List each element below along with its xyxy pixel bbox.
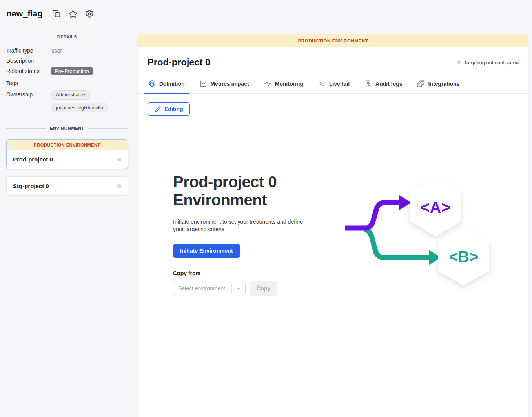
detail-row-description: Description - — [6, 56, 128, 66]
tab-integrations[interactable]: Integrations — [416, 78, 460, 93]
tab-label: Live tail — [329, 81, 350, 87]
environment-heading-label: ENVIRONMENT — [50, 126, 84, 131]
environment-empty-state: Prod-project 0 Environment Initiate envi… — [173, 173, 322, 296]
empty-state-description: Initiate environment to set your treatme… — [173, 218, 313, 233]
targeting-status-label: Targeting not configured — [464, 60, 519, 65]
initiate-environment-button[interactable]: Initiate Environment — [173, 244, 240, 258]
env-card-name: Stg-project 0 — [13, 183, 49, 189]
environment-select-placeholder: Select environment — [173, 285, 231, 292]
purple-arrowhead — [399, 195, 411, 210]
detail-row-ownership: Ownership Administrators johannes.liegl+… — [6, 89, 128, 112]
tab-label: Definition — [159, 81, 185, 87]
flag-name-title: new_flag — [6, 9, 43, 19]
definition-content: Editing Prod-project 0 Environment Initi… — [138, 94, 528, 402]
env-card-body: Stg-project 0 — [7, 177, 128, 195]
audit-logs-icon — [364, 80, 372, 87]
env-card-prod[interactable]: PRODUCTION ENVIRONMENT Prod-project 0 — [6, 139, 128, 169]
tab-live-tail[interactable]: Live tail — [317, 78, 350, 93]
editing-button-label: Editing — [164, 106, 183, 112]
env-card-stg[interactable]: Stg-project 0 — [6, 176, 128, 196]
environment-select[interactable]: Select environment — [173, 281, 246, 296]
editing-button[interactable]: Editing — [148, 102, 190, 116]
production-environment-banner: PRODUCTION ENVIRONMENT — [138, 34, 528, 47]
copy-from-label: Copy from — [173, 270, 322, 276]
hexagon-variant-a: <A> — [410, 178, 461, 236]
details-section-heading: DETAILS — [6, 34, 128, 39]
page-header: new_flag — [0, 0, 532, 27]
rollout-status-badge: Pre-Production — [51, 67, 93, 75]
description-label: Description — [6, 58, 51, 64]
integrations-icon — [417, 80, 425, 87]
env-status-dot — [117, 184, 121, 188]
tab-audit-logs[interactable]: Audit logs — [364, 78, 403, 93]
ab-split-illustration: <A> <B> — [341, 174, 494, 292]
definition-icon — [148, 80, 156, 87]
star-icon[interactable] — [69, 9, 77, 18]
ownership-label: Ownership — [6, 89, 51, 98]
copy-button[interactable]: Copy — [250, 281, 277, 296]
env-card-production-banner: PRODUCTION ENVIRONMENT — [7, 140, 128, 150]
environment-title: Prod-project 0 — [148, 57, 210, 68]
detail-row-traffic-type: Traffic type user — [6, 45, 128, 56]
sidebar: DETAILS Traffic type user Description - … — [0, 27, 138, 417]
details-rows: Traffic type user Description - Rollout … — [6, 45, 128, 112]
env-card-body: Prod-project 0 — [7, 150, 128, 169]
tab-definition[interactable]: Definition — [148, 78, 186, 93]
tags-label: Tags — [6, 80, 51, 86]
variant-b-label: <B> — [449, 248, 479, 265]
targeting-status: Targeting not configured — [457, 60, 519, 65]
owner-pills: Administrators johannes.liegl+travolta — [51, 89, 108, 112]
detail-row-rollout-status: Rollout status Pre-Production — [6, 66, 128, 76]
traffic-type-label: Traffic type — [6, 47, 51, 54]
env-card-name: Prod-project 0 — [13, 156, 53, 163]
environment-header: Prod-project 0 Targeting not configured — [138, 47, 528, 78]
copy-icon[interactable] — [52, 9, 61, 18]
metrics-impact-icon — [200, 80, 207, 87]
environment-section-heading: ENVIRONMENT — [6, 126, 128, 131]
tags-value: - — [51, 80, 53, 86]
environment-cards: PRODUCTION ENVIRONMENT Prod-project 0 St… — [6, 139, 128, 196]
tab-label: Monitoring — [275, 81, 303, 87]
tab-metrics-impact[interactable]: Metrics impact — [199, 78, 250, 93]
env-status-dot — [117, 158, 121, 161]
variant-a-label: <A> — [421, 199, 450, 216]
owner-pill: johannes.liegl+travolta — [51, 103, 108, 112]
pencil-icon — [155, 106, 161, 112]
details-heading-label: DETAILS — [57, 34, 77, 39]
traffic-type-value: user — [51, 47, 62, 54]
copy-from-row: Select environment Copy — [173, 281, 322, 296]
tab-monitoring[interactable]: Monitoring — [263, 78, 304, 93]
gear-icon[interactable] — [85, 9, 94, 18]
description-value: - — [51, 58, 53, 64]
environment-panel: PRODUCTION ENVIRONMENT Prod-project 0 Ta… — [138, 34, 528, 417]
targeting-status-dot — [457, 60, 461, 64]
owner-pill: Administrators — [51, 90, 91, 100]
hexagon-variant-b: <B> — [438, 227, 489, 286]
tab-bar: Definition Metrics impact Monitoring Liv… — [138, 78, 528, 94]
detail-row-tags: Tags - — [6, 78, 128, 88]
rollout-status-label: Rollout status — [6, 68, 51, 74]
chevron-down-icon — [232, 286, 245, 291]
empty-state-title: Prod-project 0 Environment — [173, 173, 306, 209]
tab-label: Metrics impact — [211, 81, 249, 87]
live-tail-icon — [318, 80, 326, 87]
tab-label: Audit logs — [375, 81, 402, 87]
tab-label: Integrations — [428, 81, 459, 87]
monitoring-icon — [264, 80, 271, 87]
